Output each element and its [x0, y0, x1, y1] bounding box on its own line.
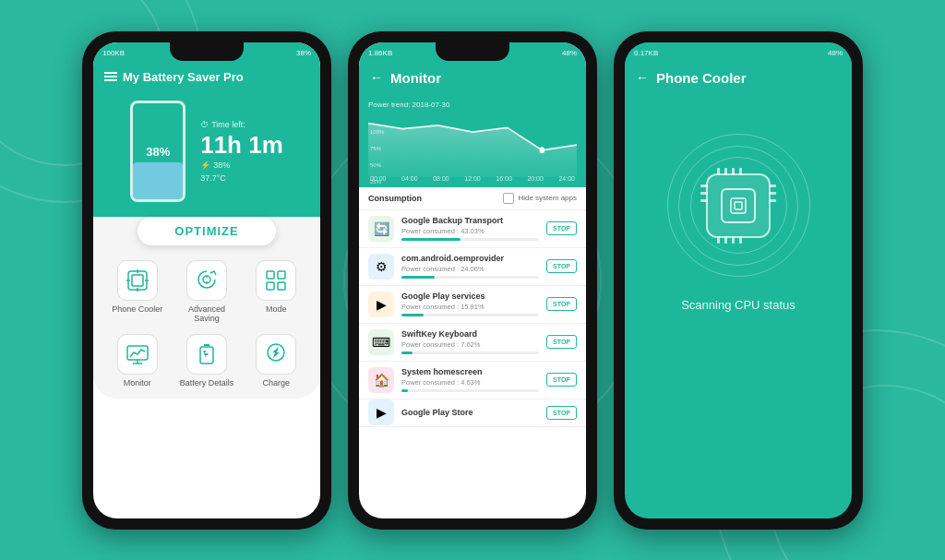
- title-row: My Battery Saver Pro: [104, 70, 309, 84]
- progress-bar: [401, 389, 539, 392]
- app-list-item[interactable]: ▶ Google Play Store STOP: [359, 399, 586, 427]
- phone-1-header: My Battery Saver Pro 38% ⏱ Time left: 11…: [93, 63, 320, 230]
- app-power: Power consumed : 7.62%: [401, 340, 539, 349]
- icon-item-monitor[interactable]: Monitor: [108, 334, 166, 387]
- stop-button[interactable]: STOP: [546, 221, 577, 235]
- charge-icon-box: [256, 334, 296, 375]
- app-power: Power consumed : 43.03%: [401, 227, 539, 235]
- icon-item-advanced-saving[interactable]: Advanced Saving: [177, 260, 235, 323]
- p2-battery-text: 48%: [562, 49, 577, 57]
- hide-system-toggle[interactable]: Hide system apps: [503, 193, 577, 204]
- chart-date: Power trend: 2018-07-30: [368, 101, 577, 109]
- app-name: Google Play Store: [401, 408, 539, 417]
- battery-info: ⏱ Time left: 11h 1m ⚡ 38% 37.7°C: [200, 120, 283, 183]
- svg-rect-13: [127, 346, 148, 360]
- back-arrow-icon[interactable]: ←: [370, 70, 383, 85]
- cpu-chip-icon: [706, 173, 771, 238]
- phone-2: 1.86KB 48% ← Monitor Power trend: 2018-0…: [348, 31, 597, 530]
- progress-bar: [401, 351, 539, 354]
- svg-rect-1: [132, 275, 143, 286]
- phone-cooler-icon-box: [117, 260, 158, 301]
- cpu-inner: [721, 188, 756, 223]
- app-list-item[interactable]: ▶ Google Play services Power consumed : …: [359, 286, 586, 324]
- app-info: Google Play services Power consumed : 15…: [401, 292, 539, 316]
- app-info: com.android.oemprovider Power consumed :…: [401, 254, 539, 279]
- svg-rect-0: [128, 271, 147, 290]
- progress-fill: [401, 238, 461, 241]
- svg-rect-20: [735, 202, 742, 209]
- phone-2-notch: [436, 42, 509, 61]
- stop-button[interactable]: STOP: [546, 406, 577, 420]
- optimize-button[interactable]: OPTIMIZE: [138, 217, 275, 245]
- phone-3-notch: [701, 42, 775, 61]
- app-power: Power consumed : 15.81%: [401, 303, 539, 311]
- phones-container: 100KB 38% My Battery Saver Pro 38%: [82, 31, 863, 530]
- app-info: Google Backup Transport Power consumed :…: [401, 216, 539, 241]
- phone-2-screen: 1.86KB 48% ← Monitor Power trend: 2018-0…: [359, 42, 586, 518]
- icon-item-mode[interactable]: Mode: [247, 260, 305, 323]
- scanning-text: Scanning CPU status: [681, 298, 795, 312]
- app-name: com.android.oemprovider: [401, 254, 539, 263]
- phone-3-screen: 0.17KB 48% ← Phone Cooler: [625, 42, 852, 518]
- icon-item-battery-details[interactable]: Battery Details: [177, 334, 235, 387]
- signal-text: 100KB: [102, 49, 125, 57]
- progress-bar: [401, 238, 539, 241]
- icon-item-charge[interactable]: Charge: [247, 334, 305, 387]
- app-icon: ▶: [368, 292, 394, 317]
- progress-bar: [401, 276, 539, 279]
- phone-cooler-label: Phone Cooler: [112, 304, 162, 314]
- icon-item-phone-cooler[interactable]: Phone Cooler: [108, 260, 166, 323]
- monitor-icon-box: [117, 334, 158, 375]
- battery-percent: 38%: [146, 144, 170, 158]
- app-name: Google Backup Transport: [401, 216, 539, 225]
- stop-button[interactable]: STOP: [546, 259, 577, 273]
- consumption-bar: Consumption Hide system apps: [359, 187, 586, 210]
- stop-button[interactable]: STOP: [546, 335, 577, 349]
- p2-signal-text: 1.86KB: [368, 49, 392, 57]
- time-left-value: 11h 1m: [200, 133, 283, 157]
- stop-button[interactable]: STOP: [546, 297, 577, 311]
- cpu-visual: Scanning CPU status: [625, 95, 852, 349]
- phone-1-screen: 100KB 38% My Battery Saver Pro 38%: [93, 42, 320, 518]
- progress-fill: [401, 351, 413, 354]
- temperature-info: 37.7°C: [200, 173, 283, 183]
- svg-rect-19: [731, 198, 746, 213]
- app-list-item[interactable]: ⌨ SwiftKey Keyboard Power consumed : 7.6…: [359, 324, 586, 362]
- battery-details-icon-box: [186, 334, 227, 375]
- app-name: System homescreen: [401, 367, 539, 376]
- p3-battery-text: 48%: [828, 49, 843, 57]
- app-name: SwiftKey Keyboard: [401, 329, 539, 339]
- app-list-item[interactable]: 🏠 System homescreen Power consumed : 4.6…: [359, 362, 586, 399]
- hide-system-checkbox[interactable]: [503, 193, 514, 204]
- app-list-item[interactable]: 🔄 Google Backup Transport Power consumed…: [359, 210, 586, 248]
- phone-3: 0.17KB 48% ← Phone Cooler: [614, 31, 863, 530]
- back-arrow-icon[interactable]: ←: [636, 70, 649, 85]
- app-info: SwiftKey Keyboard Power consumed : 7.62%: [401, 329, 539, 354]
- cooler-title: Phone Cooler: [656, 70, 747, 86]
- progress-fill: [401, 276, 435, 279]
- menu-icon[interactable]: [104, 72, 117, 81]
- svg-rect-10: [278, 271, 285, 279]
- chart-area: Power trend: 2018-07-30 100% 75% 50% 25%: [359, 95, 586, 187]
- battery-text: 38%: [296, 49, 311, 57]
- time-left-label: ⏱ Time left:: [200, 120, 283, 129]
- hide-system-label: Hide system apps: [518, 194, 577, 202]
- svg-rect-9: [267, 271, 274, 279]
- progress-fill: [401, 389, 408, 392]
- chart-y-labels: 100% 75% 50% 25%: [370, 129, 384, 185]
- stop-button[interactable]: STOP: [546, 373, 577, 387]
- app-icon: 🏠: [368, 367, 394, 393]
- cpu-rings: [664, 132, 812, 280]
- p3-signal-text: 0.17KB: [634, 49, 658, 57]
- phone-1: 100KB 38% My Battery Saver Pro 38%: [82, 31, 331, 530]
- battery-visual: 38%: [130, 101, 185, 202]
- app-list-item[interactable]: ⚙ com.android.oemprovider Power consumed…: [359, 248, 586, 286]
- lightning-icon: ⚡: [200, 161, 210, 170]
- battery-section: 38% ⏱ Time left: 11h 1m ⚡ 38% 37.7°C: [104, 93, 309, 202]
- advanced-saving-icon-box: [186, 260, 227, 301]
- icons-grid: Phone Cooler Advanced Sav: [104, 260, 309, 387]
- monitor-header: ← Monitor: [359, 63, 586, 95]
- progress-bar: [401, 314, 539, 316]
- battery-fill: [133, 162, 183, 199]
- app-power: Power consumed : 24.06%: [401, 265, 539, 273]
